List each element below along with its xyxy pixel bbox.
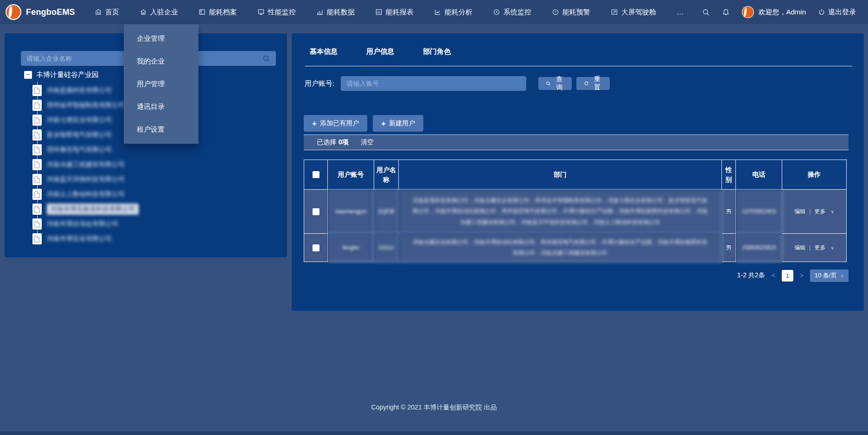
col-header-name: 用户名称 [374,160,399,190]
main-nav: 首页 入驻企业 能耗档案 性能监控 能耗数据 能耗报表 [95,8,685,17]
document-icon [32,115,42,126]
select-all-checkbox[interactable] [313,171,319,178]
nav-item-label: 大屏驾驶舱 [621,8,656,17]
account-input[interactable] [341,76,526,91]
document-icon [32,144,42,155]
edit-link[interactable]: 编辑 [794,208,805,216]
tree-item[interactable]: 河南蓝天环保科技有限公司 [32,173,125,186]
new-user-button[interactable]: + 新建用户 [373,115,423,132]
nav-item-energy-alert[interactable]: 能耗预警 [552,8,590,17]
nav-item-enterprises[interactable]: 入驻企业 [140,8,178,17]
row-checkbox-cell [304,234,328,262]
prev-page-button[interactable]: < [771,272,776,279]
home-icon [95,8,102,16]
page-1-button[interactable]: 1 [782,270,793,281]
clear-selection-link[interactable]: 清空 [361,138,374,147]
nav-item-energy-archive[interactable]: 能耗档案 [198,8,237,17]
department-cell: 河南蓝盾科技有限公司，河南水建实业有限公司，郑州金环智能制造有限公司，河南七维实… [399,190,722,234]
tree-item-selected[interactable]: 河南丰博实验室科技有限公司 [32,203,139,215]
col-header-account: 用户账号 [328,160,374,190]
name-cell: Admin [374,234,399,262]
nav-item-label: 能耗报表 [386,8,414,17]
selected-count: 0项 [338,138,349,147]
tree-item[interactable]: 河南云上数创科技有限公司 [32,188,125,200]
menu-item-contact-directory[interactable]: 通讯目录 [124,95,198,118]
menu-item-user-management[interactable]: 用户管理 [124,72,198,95]
row-checkbox-cell [304,190,328,234]
tree-item[interactable]: 河南水建工程建设有限公司 [32,159,125,171]
users-table: 用户账号 用户名称 部门 性别 电话 操作 xiaomengjun 肖梦君 河南… [304,160,847,262]
tree-item[interactable]: 新乡智联电气有限公司 [32,129,112,141]
menu-item-enterprise-management[interactable]: 企业管理 [124,27,198,50]
col-header-department: 部门 [399,160,722,190]
row-checkbox[interactable] [313,208,319,215]
more-link[interactable]: 更多 [814,208,825,216]
data-icon [316,8,324,16]
col-header-gender: 性别 [722,160,736,190]
nav-item-more[interactable]: … [677,8,685,16]
row-checkbox[interactable] [313,244,319,251]
document-icon [32,174,42,185]
nav-item-energy-data[interactable]: 能耗数据 [316,8,355,17]
nav-item-system-monitor[interactable]: 系统监控 [493,8,531,17]
next-page-button[interactable]: > [799,272,804,279]
tree-root-label: 丰博计量硅谷产业园 [36,70,99,79]
tree-root-node[interactable]: − 丰博计量硅谷产业园 [24,70,99,79]
page-size-select[interactable]: 10 条/页 ∨ [810,269,849,282]
account-cell: xiaomengjun [328,190,374,234]
nav-item-label: 性能监控 [268,8,296,17]
logout-button[interactable]: 退出登录 [818,8,856,17]
action-separator: | [809,208,811,215]
plus-icon: + [312,120,317,128]
navbar: FengboEMS 首页 入驻企业 能耗档案 性能监控 能耗数据 [0,0,868,24]
edit-link[interactable]: 编辑 [794,244,805,252]
gender-cell: 男 [722,234,736,262]
nav-item-energy-report[interactable]: 能耗报表 [375,8,414,17]
monitor-icon [257,8,265,16]
chevron-down-icon: ∨ [841,273,844,278]
tab-user-info[interactable]: 用户信息 [366,47,395,56]
reset-button[interactable]: 重置 [576,77,610,90]
tree-item[interactable]: 郑州泰宏电气有限公司 [32,144,112,156]
nav-item-dashboard[interactable]: 大屏驾驶舱 [611,8,656,17]
pagination: 1-2 共2条 < 1 > 10 条/页 ∨ [737,269,849,282]
dashboard-icon [611,8,618,16]
nav-item-energy-analysis[interactable]: 能耗分析 [434,8,472,17]
report-icon [375,8,383,16]
chevron-down-icon: ∨ [830,245,834,250]
bell-icon[interactable] [722,8,730,16]
avatar [742,6,754,18]
tab-basic-info[interactable]: 基本信息 [310,47,338,56]
tree-item[interactable]: 河南丰博自动化有限公司 [32,218,118,230]
menu-item-tenant-settings[interactable]: 租户设置 [124,118,198,141]
search-icon[interactable] [702,8,710,16]
tree-item[interactable]: 河南丰博实业有限公司 [32,233,112,245]
document-icon [32,85,42,96]
more-link[interactable]: 更多 [814,244,825,252]
action-separator: | [809,244,811,251]
tree-item[interactable]: 郑州金环智能制造有限公司 [32,99,125,111]
search-button[interactable]: 查询 [538,77,572,90]
menu-item-my-enterprise[interactable]: 我的企业 [124,50,198,72]
add-existing-user-button[interactable]: + 添加已有用户 [304,115,367,132]
nav-item-label: 能耗数据 [327,8,355,17]
nav-item-label: 入驻企业 [150,8,178,17]
account-cell: fengbo [328,234,374,262]
user-menu[interactable]: 欢迎您，Admin [742,6,806,18]
nav-item-performance-monitor[interactable]: 性能监控 [257,8,296,17]
pagination-total: 1-2 共2条 [737,271,765,280]
gender-cell: 男 [722,190,736,234]
brand[interactable]: FengboEMS [6,4,75,20]
magnifier-icon[interactable] [262,55,270,63]
tab-department-roles[interactable]: 部门角色 [423,47,452,56]
tree-item[interactable]: 河南七维实业有限公司 [32,114,112,126]
active-tab-indicator [358,65,400,67]
toolbar: + 添加已有用户 + 新建用户 [304,115,423,132]
document-icon [32,204,42,215]
tree-item[interactable]: 河南蓝盾科技有限公司 [32,84,112,96]
collapse-icon[interactable]: − [24,71,32,79]
brand-name: FengboEMS [26,7,75,17]
actions-cell: 编辑 | 更多 ∨ [782,234,847,262]
alert-icon [552,8,559,16]
nav-item-home[interactable]: 首页 [95,8,119,17]
